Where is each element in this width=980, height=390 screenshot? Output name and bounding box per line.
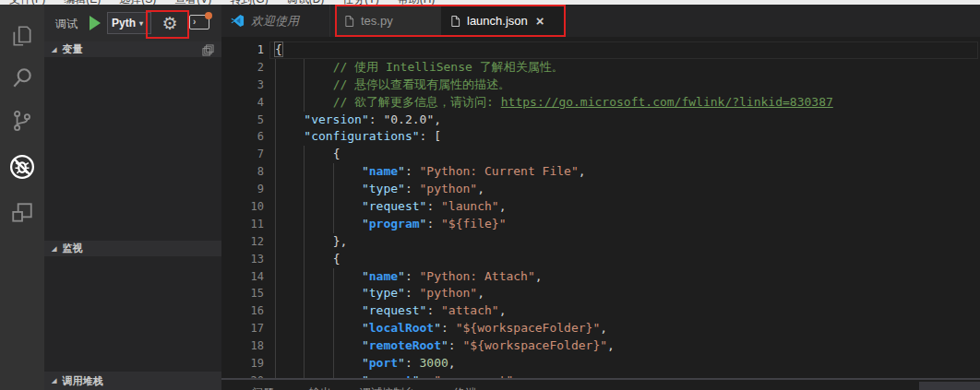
panel-tab[interactable]: 终端	[454, 385, 476, 390]
twistie-icon: ◢	[52, 46, 56, 53]
code-token: :	[426, 199, 441, 213]
code-line[interactable]: 3 // 悬停以查看现有属性的描述。	[221, 77, 980, 94]
code-token: :	[448, 338, 463, 352]
code-token: "configurations"	[304, 129, 419, 143]
code-token: {	[333, 252, 341, 266]
line-content: // 使用 IntelliSense 了解相关属性。	[275, 59, 564, 77]
line-number: 9	[221, 181, 264, 198]
debug-console-icon[interactable]: ›	[189, 15, 209, 30]
code-token: "type"	[362, 286, 405, 300]
code-token: "${workspaceFolder}"	[463, 338, 608, 352]
annotation-highlight-box	[335, 5, 566, 37]
code-token: "	[362, 269, 369, 283]
code-line[interactable]: 8 "name": "Python: Current File",	[221, 163, 980, 181]
code-line[interactable]: 17 "localRoot": "${workspaceFolder}",	[221, 320, 980, 337]
line-number: 19	[221, 355, 264, 372]
code-line[interactable]: 5 "version": "0.2.0",	[221, 112, 980, 129]
watch-body	[44, 256, 221, 372]
code-token: :	[441, 321, 456, 335]
code-token: :	[369, 112, 384, 126]
line-number: 15	[221, 285, 264, 302]
watch-section-header[interactable]: ◢ 监视	[44, 241, 221, 256]
code-line[interactable]: 19 "port": 3000,	[221, 355, 980, 372]
code-line[interactable]: 4 // 欲了解更多信息，请访问: https://go.microsoft.c…	[221, 94, 980, 112]
code-token: "version"	[304, 112, 368, 126]
code-token: port	[369, 356, 398, 370]
code-token: ,	[535, 269, 543, 283]
code-token: :	[426, 303, 441, 317]
editor-group: 欢迎使用 tes.py launch.json ×	[221, 5, 980, 390]
panel-tab[interactable]: 输出	[309, 385, 331, 390]
line-number: 6	[221, 128, 264, 146]
annotation-highlight-box	[146, 10, 189, 39]
line-content: {	[275, 251, 340, 268]
line-content: {	[275, 146, 340, 163]
line-content: "port": 3000,	[275, 355, 456, 372]
code-line[interactable]: 11 "program": "${file}"	[221, 216, 980, 233]
extensions-icon[interactable]	[0, 195, 44, 231]
panel-tab[interactable]: 问题	[252, 385, 274, 390]
code-token: // 欲了解更多信息，请访问:	[333, 95, 501, 109]
code-token: "	[362, 356, 369, 370]
line-content: "configurations": [	[275, 128, 441, 146]
line-number: 2	[221, 59, 264, 77]
collapse-all-icon[interactable]	[202, 44, 214, 56]
code-line[interactable]: 10 "request": "launch",	[221, 198, 980, 216]
indent-guide	[304, 59, 305, 112]
line-number: 18	[221, 337, 264, 355]
code-line[interactable]: 1{	[221, 41, 980, 59]
code-token: "	[398, 356, 405, 370]
code-token: "	[398, 164, 405, 178]
line-content: },	[275, 233, 347, 251]
variables-section-header[interactable]: ◢ 变量	[44, 41, 221, 57]
code-token: "	[362, 321, 369, 335]
code-line[interactable]: 6 "configurations": [	[221, 128, 980, 146]
line-number: 7	[221, 146, 264, 163]
code-token: ,	[600, 321, 607, 335]
line-content: "version": "0.2.0",	[275, 112, 441, 129]
line-number: 5	[221, 112, 264, 129]
code-line[interactable]: 9 "type": "python",	[221, 181, 980, 198]
panel-scrollbar[interactable]	[919, 382, 980, 390]
start-debug-button[interactable]	[90, 16, 101, 30]
code-token: : [	[420, 129, 441, 143]
code-editor[interactable]: 1{2 // 使用 IntelliSense 了解相关属性。3 // 悬停以查看…	[221, 37, 980, 378]
chevron-down-icon: ▾	[139, 19, 143, 28]
code-line[interactable]: 15 "type": "python",	[221, 285, 980, 302]
code-line[interactable]: 7 {	[221, 146, 980, 163]
tab-welcome[interactable]: 欢迎使用	[221, 5, 330, 37]
debug-icon[interactable]	[0, 148, 44, 185]
panel-tab[interactable]: 调试控制台	[360, 385, 415, 390]
twistie-icon: ◢	[52, 377, 56, 384]
code-token: :	[405, 286, 420, 300]
search-icon[interactable]	[0, 60, 44, 97]
twistie-icon: ◢	[52, 245, 56, 253]
code-line[interactable]: 16 "request": "attach",	[221, 302, 980, 320]
code-token: "	[398, 269, 405, 283]
code-token: ,	[477, 286, 484, 300]
line-number: 4	[221, 94, 264, 112]
callstack-section-header[interactable]: ◢ 调用堆栈	[44, 372, 221, 390]
code-token: :	[405, 164, 420, 178]
code-line[interactable]: 13 {	[221, 251, 980, 268]
source-control-icon[interactable]	[0, 102, 44, 139]
code-token: :	[426, 217, 441, 230]
code-line[interactable]: 14 "name": "Python: Attach",	[221, 268, 980, 286]
indent-guide	[333, 268, 334, 378]
code-token: "	[362, 338, 369, 352]
code-token: "attach"	[441, 303, 499, 317]
code-line[interactable]: 18 "remoteRoot": "${workspaceFolder}",	[221, 337, 980, 355]
explorer-icon[interactable]	[0, 18, 44, 54]
debug-sidebar: 调试 Pyth ▾ ⚙ › ◢ 变量 ◢ 监视	[44, 5, 221, 390]
line-number: 1	[221, 41, 264, 59]
code-token: localRoot	[369, 321, 434, 335]
vscode-window: 文件(F)编辑(E)选择(S)查看(V)转到(G)调试(D)任务(T)帮助(H)	[0, 0, 980, 390]
line-number: 3	[221, 77, 264, 94]
debug-config-dropdown[interactable]: Pyth ▾	[107, 12, 151, 34]
vscode-logo-icon	[231, 14, 245, 28]
code-line[interactable]: 12 },	[221, 233, 980, 251]
code-line[interactable]: 2 // 使用 IntelliSense 了解相关属性。	[221, 59, 980, 77]
code-token: {	[333, 147, 341, 160]
code-token: :	[405, 182, 420, 195]
code-link[interactable]: https://go.microsoft.com/fwlink/?linkid=…	[501, 95, 833, 109]
